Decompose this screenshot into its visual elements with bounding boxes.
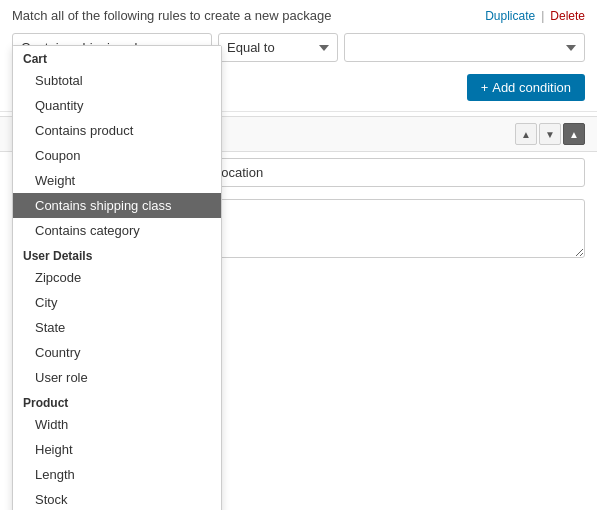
- page-wrapper: Match all of the following rules to crea…: [0, 0, 597, 510]
- dropdown-item-city[interactable]: City: [13, 290, 221, 315]
- dropdown-item-contains-shipping-class[interactable]: Contains shipping class: [13, 193, 221, 218]
- collapse-button[interactable]: ▲: [563, 123, 585, 145]
- description-text: Match all of the following rules to crea…: [12, 8, 331, 23]
- dropdown-item-contains-product[interactable]: Contains product: [13, 118, 221, 143]
- dropdown-item-quantity[interactable]: Quantity: [13, 93, 221, 118]
- condition-dropdown: Cart Subtotal Quantity Contains product …: [12, 45, 222, 510]
- value-select[interactable]: [344, 33, 585, 62]
- top-bar: Match all of the following rules to crea…: [0, 0, 597, 27]
- delete-link[interactable]: Delete: [550, 9, 585, 23]
- plus-icon: +: [481, 80, 489, 95]
- operator-select[interactable]: Equal to: [218, 33, 338, 62]
- section-arrows: ▲ ▼ ▲: [515, 123, 585, 145]
- link-separator: |: [541, 9, 544, 23]
- add-condition-label: Add condition: [492, 80, 571, 95]
- dropdown-item-country[interactable]: Country: [13, 340, 221, 365]
- dropdown-item-state[interactable]: State: [13, 315, 221, 340]
- group-label-cart: Cart: [13, 46, 221, 68]
- action-links: Duplicate | Delete: [485, 9, 585, 23]
- dropdown-item-weight[interactable]: Weight: [13, 168, 221, 193]
- add-condition-button[interactable]: + Add condition: [467, 74, 585, 101]
- move-down-button[interactable]: ▼: [539, 123, 561, 145]
- duplicate-link[interactable]: Duplicate: [485, 9, 535, 23]
- group-label-product: Product: [13, 390, 221, 412]
- group-label-user-details: User Details: [13, 243, 221, 265]
- dropdown-item-coupon[interactable]: Coupon: [13, 143, 221, 168]
- dropdown-item-subtotal[interactable]: Subtotal: [13, 68, 221, 93]
- dropdown-item-length[interactable]: Length: [13, 462, 221, 487]
- dropdown-item-contains-category[interactable]: Contains category: [13, 218, 221, 243]
- dropdown-item-zipcode[interactable]: Zipcode: [13, 265, 221, 290]
- move-up-button[interactable]: ▲: [515, 123, 537, 145]
- dropdown-item-user-role[interactable]: User role: [13, 365, 221, 390]
- dropdown-item-width[interactable]: Width: [13, 412, 221, 437]
- dropdown-item-stock[interactable]: Stock: [13, 487, 221, 510]
- dropdown-item-height[interactable]: Height: [13, 437, 221, 462]
